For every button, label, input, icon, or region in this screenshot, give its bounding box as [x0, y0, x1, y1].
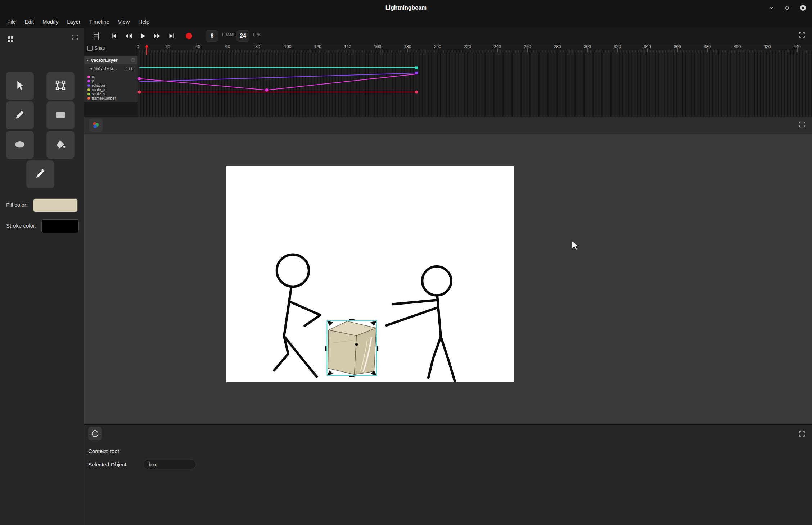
frame-counter[interactable]: 6 — [206, 30, 218, 42]
bucket-tool-button[interactable] — [46, 131, 75, 159]
ruler-tick-label: 20 — [166, 44, 170, 49]
menu-edit[interactable]: Edit — [20, 16, 38, 28]
box-object[interactable] — [328, 321, 376, 374]
record-button[interactable] — [183, 31, 195, 41]
ruler-tick-label: 140 — [344, 44, 351, 49]
inspector-panel: Context: root Selected Object — [84, 424, 812, 525]
eyedropper-tool-button[interactable] — [26, 160, 54, 188]
keyframe-color-dot — [87, 88, 90, 91]
snap-toggle[interactable]: Snap — [87, 45, 105, 51]
color-mixer-icon[interactable] — [89, 118, 103, 132]
menu-file[interactable]: File — [3, 16, 20, 28]
fps-counter-label: FPS — [253, 33, 261, 37]
selected-object-label: Selected Object — [88, 460, 126, 469]
stroke-color-swatch[interactable] — [41, 219, 79, 233]
layer-caret-icon[interactable]: ▾ — [87, 58, 89, 62]
fast-forward-button[interactable] — [151, 31, 163, 41]
fps-counter[interactable]: 24 — [236, 30, 249, 42]
menu-view[interactable]: View — [114, 16, 134, 28]
ruler-tick-label: 100 — [284, 44, 291, 49]
track-property-x[interactable]: x — [87, 74, 138, 79]
window-controls — [767, 0, 807, 16]
track-property-scale_x[interactable]: scale_x — [87, 87, 138, 92]
keyframe-color-dot — [87, 76, 90, 78]
minimize-icon[interactable] — [767, 4, 775, 12]
menu-timeline[interactable]: Timeline — [85, 16, 114, 28]
ruler-tick-label: 60 — [225, 44, 230, 49]
sublayer-visibility-icon[interactable] — [126, 67, 130, 70]
close-icon[interactable] — [799, 4, 807, 12]
keyframe-marker[interactable] — [138, 77, 141, 80]
canvas-expand-icon[interactable] — [798, 121, 806, 129]
tools-expand-icon[interactable] — [71, 34, 78, 42]
playhead-line — [146, 47, 147, 55]
stroke-color-label: Stroke color: — [6, 223, 36, 229]
skip-start-button[interactable] — [108, 31, 120, 41]
ruler-tick-label: 380 — [704, 44, 711, 49]
ruler-tick-label: 40 — [195, 44, 200, 49]
layer-list: ▾ VectorLayer ▾ 151ad70a... xyrotationsc… — [84, 52, 138, 117]
sublayer-row[interactable]: ▾ 151ad70a... — [84, 64, 138, 73]
rewind-button[interactable] — [123, 31, 134, 41]
select-tool-button[interactable] — [6, 72, 34, 100]
ruler-tick-label: 120 — [314, 44, 321, 49]
ruler-tick-label: 260 — [524, 44, 531, 49]
layer-option-icon[interactable] — [131, 58, 135, 62]
titlebar: Lightningbeam — [0, 0, 812, 16]
snap-checkbox[interactable] — [87, 46, 93, 51]
keyframe-marker[interactable] — [265, 88, 269, 92]
keyframe-marker[interactable] — [415, 67, 418, 69]
rectangle-icon — [54, 109, 67, 122]
selected-object-row: Selected Object — [88, 460, 126, 469]
rectangle-tool-button[interactable] — [46, 101, 75, 129]
maximize-icon[interactable] — [783, 4, 791, 12]
stage-canvas[interactable] — [226, 166, 514, 382]
timeline-ruler[interactable]: 0204060801001201401601802002202402602803… — [138, 44, 812, 52]
sublayer-lock-icon[interactable] — [131, 67, 135, 70]
sublayer-caret-icon[interactable]: ▾ — [90, 67, 92, 71]
tool-panel: Fill color: Stroke color: — [0, 28, 84, 525]
timeline-tracks: ▾ VectorLayer ▾ 151ad70a... xyrotationsc… — [84, 52, 812, 117]
skip-end-button[interactable] — [166, 31, 177, 41]
animation-curves[interactable] — [138, 52, 812, 117]
ellipse-tool-button[interactable] — [6, 131, 34, 159]
stick-figure-left[interactable] — [274, 255, 320, 376]
stage-drawing — [226, 166, 514, 382]
canvas-toolbar — [84, 117, 812, 134]
ruler-tick-label: 320 — [614, 44, 621, 49]
property-name: scale_y — [92, 92, 105, 96]
info-icon[interactable] — [88, 427, 102, 440]
layout-grid-icon[interactable] — [4, 33, 17, 45]
curve-magenta[interactable] — [139, 74, 416, 90]
property-name: x — [92, 74, 94, 79]
selected-object-input[interactable] — [143, 460, 196, 469]
transform-tool-button[interactable] — [46, 72, 75, 100]
play-button[interactable] — [137, 31, 148, 41]
curve-purple[interactable] — [139, 73, 416, 82]
sublayer-name: 151ad70a... — [94, 66, 124, 71]
fill-color-label: Fill color: — [6, 202, 28, 208]
track-property-frameNumber[interactable]: frameNumber — [87, 96, 138, 100]
fill-color-swatch[interactable] — [33, 198, 78, 212]
pencil-tool-button[interactable] — [6, 101, 34, 129]
keyframe-color-dot — [87, 84, 90, 87]
inspector-expand-icon[interactable] — [798, 430, 806, 439]
track-property-scale_y[interactable]: scale_y — [87, 92, 138, 96]
timeline-expand-icon[interactable] — [798, 31, 806, 40]
ellipse-icon — [14, 138, 26, 152]
ruler-tick-label: 0 — [137, 44, 139, 49]
menu-modify[interactable]: Modify — [38, 16, 63, 28]
keyframe-marker[interactable] — [415, 91, 418, 94]
property-tracks: xyrotationscale_xscale_yframeNumber — [84, 73, 138, 100]
menu-help[interactable]: Help — [134, 16, 154, 28]
selection-center-handle[interactable] — [355, 343, 358, 346]
playhead[interactable] — [144, 45, 149, 55]
ruler-tick-label: 440 — [794, 44, 801, 49]
layer-row-vectorlayer[interactable]: ▾ VectorLayer — [85, 56, 137, 64]
film-strip-icon[interactable] — [90, 29, 103, 42]
stick-figure-right[interactable] — [387, 266, 455, 381]
menu-layer[interactable]: Layer — [63, 16, 85, 28]
keyframe-marker[interactable] — [138, 91, 141, 94]
track-property-rotation[interactable]: rotation — [87, 83, 138, 87]
track-property-y[interactable]: y — [87, 79, 138, 83]
